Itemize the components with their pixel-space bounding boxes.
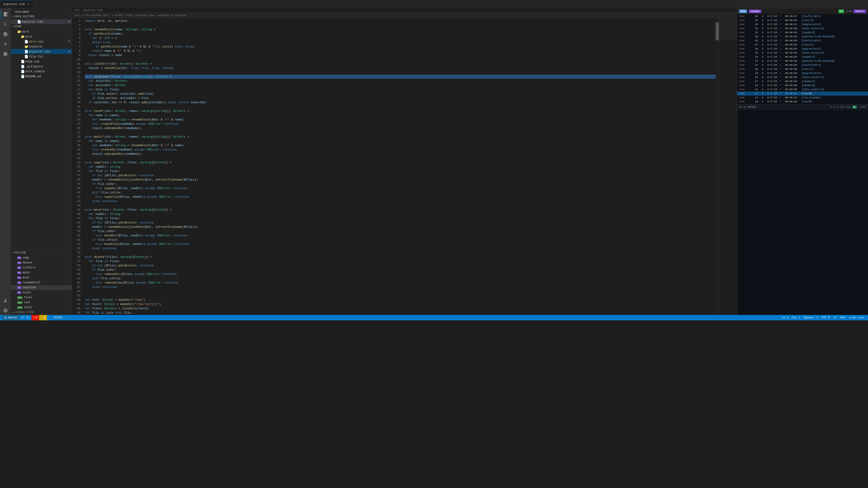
code-line-14: proc selected*(files: varargs[Dirent]): … [85, 74, 716, 79]
scrollbar-track[interactable] [716, 18, 719, 315]
tree-item-dirk-nim[interactable]: 📄 dirk.nim M [11, 39, 72, 44]
process-list[interactable]: root352017:35?00:00:07[ksoftirqd/3] root… [737, 14, 868, 104]
code-line-66: let test: Dirent = makeDir("/tmp") [85, 298, 716, 302]
outline-move[interactable]: fn move [11, 275, 72, 280]
process-row-20: root202017:35?00:00:00[rcuc/1] [737, 67, 868, 71]
code-line-27 [85, 130, 716, 135]
status-branch[interactable]: master [2, 315, 20, 320]
code-line-54: else: continue [85, 246, 716, 251]
activity-explorer-icon[interactable] [1, 10, 10, 19]
terminal-content[interactable] [737, 109, 868, 315]
code-editor[interactable]: import dirk, os, options proc renameExis… [83, 18, 716, 315]
tab-explorer-nim[interactable]: explorer.nim × [0, 0, 34, 8]
open-editors-label: OPEN EDITORS [15, 15, 34, 18]
tree-item-dirk[interactable]: 📁 dirk [11, 34, 72, 39]
vim-ok-label: 0K [838, 9, 844, 13]
activity-extensions-icon[interactable] [1, 50, 10, 59]
activity-git-icon[interactable] [1, 30, 10, 39]
chevron-down-icon: ▼ [13, 15, 14, 18]
nim-icon2: 📄 [24, 50, 28, 54]
status-errors[interactable]: 0 [31, 315, 39, 320]
open-editors-header[interactable]: ▼ OPEN EDITORS [11, 14, 72, 19]
git-file-icon: 📄 [21, 65, 24, 68]
outline-selected[interactable]: fn selected [11, 285, 72, 290]
outline-test2[interactable]: let test2 [11, 305, 72, 310]
status-bar: master 0↓ 0↑ 0 0 -- NORMAL -- Ln 1, Col … [0, 315, 868, 320]
status-sync[interactable]: 0↓ 0↑ [20, 315, 31, 320]
file-tree: 📁 dirk 📁 dirk 📄 dirk.nim M 📁 explorer [11, 29, 72, 250]
code-line-42: try: copyFile($file, newDir) except OSEr… [85, 195, 716, 199]
activity-account-icon[interactable] [1, 296, 10, 305]
code-line-19: if file.active: activeDir = file [85, 96, 716, 100]
terminal-vim-pct: 0/fzf [748, 106, 756, 108]
status-warnings[interactable]: 0 [39, 315, 47, 320]
code-line-38: newDir = renameExist(joinPath($dir, extr… [85, 177, 716, 182]
file-icon: 📄 [24, 55, 28, 59]
status-language[interactable]: Nim [839, 316, 847, 319]
tree-item-dirk-root[interactable]: 📁 dirk [11, 29, 72, 34]
code-line-21 [85, 105, 716, 109]
code-line-30: let newName: string = renameExist($dir &… [85, 143, 716, 148]
vim-nvim-label: nvim11 [749, 9, 762, 13]
hidden-items[interactable]: ▶ HIDDEN ITEMS [11, 310, 72, 315]
tree-item-dirk-nimble[interactable]: 📄 dirk.nimble [11, 69, 72, 74]
activity-settings-icon[interactable] [1, 306, 10, 315]
git-branch-icon [4, 316, 7, 319]
process-row-24: root242017:35?00:00:00[cpuhp/2] [737, 55, 868, 59]
tree-item-file-fol[interactable]: 📄 file.fol [11, 54, 72, 59]
outline-item-label8: touch [23, 291, 31, 294]
process-row-25: root252017:35?00:00:00[idle_inject/2] [737, 51, 868, 55]
status-encoding[interactable]: UTF-8 [820, 316, 832, 319]
code-line-29: for name in names: [85, 139, 716, 143]
vim-mode-text: -- NORMAL -- [49, 316, 68, 319]
warning-count: 0 [43, 316, 45, 319]
outline-delete[interactable]: fn delete [11, 260, 72, 265]
activity-bar [0, 8, 11, 315]
outline-touch[interactable]: fn touch [11, 290, 72, 295]
outline-mkdir[interactable]: fn mkdir [11, 270, 72, 275]
broadcast-icon [849, 316, 852, 319]
status-go-live[interactable]: Go Live [847, 316, 866, 319]
outline-item-label2: delete [23, 261, 32, 264]
scrollbar-thumb[interactable] [716, 22, 719, 40]
outline-renameexist[interactable]: fn renameExist [11, 280, 72, 285]
nimble-icon: 📄 [21, 70, 24, 73]
outline-header[interactable]: ▼ OUTLINE [11, 250, 72, 255]
status-cursor[interactable]: Ln 1, Col 1 [780, 316, 802, 319]
outline-test[interactable]: let test [11, 300, 72, 305]
tree-item-help-nim[interactable]: 📄 help.nim [11, 59, 72, 64]
outline-files[interactable]: let files [11, 295, 72, 300]
activity-search-icon[interactable] [1, 20, 10, 29]
breadcrumb-src[interactable]: src [74, 9, 80, 12]
tree-item-gitignore[interactable]: 📄 .gitignore [11, 64, 72, 69]
process-row-23: root232017:35?00:00:00[kworker/1:0H-kblo… [737, 59, 868, 63]
git-blame-bar: You, a few seconds ago | 1 author (You) … [72, 13, 719, 18]
status-line-ending[interactable]: LF [832, 316, 839, 319]
outline-item-label3: listDirs [23, 266, 36, 269]
terminal-header: 22:46 0/fzf › 8.8 V 22% 31% 8 100% [737, 105, 868, 109]
tab-close-button[interactable]: × [26, 2, 30, 6]
process-row-13-selected[interactable]: root132017:35?00:00:00[rcu/0] [737, 92, 868, 96]
breadcrumb-file[interactable]: explorer.nim [83, 9, 102, 12]
open-editor-item[interactable]: 📄 explorer.nim M [11, 19, 72, 24]
process-row-21: root212017:35?00:00:00[ksoftirqd/1] [737, 63, 868, 67]
folder-icon: 📁 [17, 30, 21, 34]
code-line-56: proc delete*(files: varargs[Dirent]) = [85, 255, 716, 259]
code-line-25: try: createFile(newName) except OSError:… [85, 122, 716, 126]
tree-item-label5: explorer.nim [29, 50, 50, 53]
main-layout: EXPLORER ▼ OPEN EDITORS 📄 explorer.nim M… [0, 8, 868, 315]
tree-item-explorer-nim[interactable]: 📄 explorer.nim M [11, 49, 72, 54]
outline-type-fn6: fn [17, 282, 21, 284]
tree-item-label9: dirk.nimble [25, 70, 45, 73]
activity-debug-icon[interactable] [1, 39, 10, 48]
encoding-label: UTF-8 [822, 316, 830, 319]
error-dot [33, 317, 35, 319]
outline-listdirs[interactable]: fn listDirs [11, 265, 72, 270]
outline-copy[interactable]: fn copy [11, 255, 72, 260]
dirk-section-header[interactable]: ▼ DIRK [11, 24, 72, 29]
status-spaces[interactable]: Spaces: 2 [802, 316, 820, 319]
code-line-55 [85, 251, 716, 255]
tree-item-explorer-folder[interactable]: 📁 explorer [11, 44, 72, 49]
tree-item-readme[interactable]: 📄 README.md [11, 74, 72, 79]
process-row-11: root112017:35?00:00:15[rcu_preempt] [737, 96, 868, 100]
